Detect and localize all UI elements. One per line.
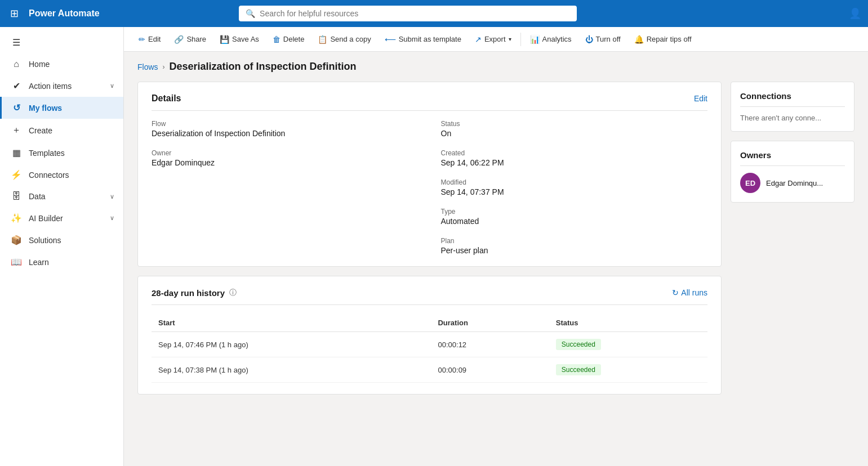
created-field: Created Sep 14, 06:22 PM (441, 149, 708, 167)
flow-field: Flow Deserialization of Inspection Defin… (152, 120, 419, 138)
breadcrumb-separator: › (163, 63, 165, 71)
info-icon[interactable]: ⓘ (229, 288, 237, 298)
all-runs-link[interactable]: ↻ All runs (672, 288, 707, 297)
details-card-header: Details Edit (152, 93, 707, 111)
run-history-table: Start Duration Status Sep 14, 07:46 PM (… (152, 314, 707, 383)
type-label: Type (441, 208, 708, 216)
analytics-button[interactable]: 📊 Analytics (524, 32, 577, 47)
data-chevron: ∨ (110, 193, 114, 200)
sidebar-item-home[interactable]: ⌂ Home (0, 53, 123, 75)
sidebar-item-create[interactable]: ＋ Create (0, 119, 123, 142)
delete-button[interactable]: 🗑 Delete (267, 32, 310, 47)
sidebar: ☰ ⌂ Home ✔ Action items ∨ ↺ My flows ＋ C… (0, 27, 124, 466)
table-row[interactable]: Sep 14, 07:46 PM (1 h ago) 00:00:12 Succ… (152, 332, 707, 357)
owner-field: Owner Edgar Dominquez (152, 149, 419, 167)
ai-builder-chevron: ∨ (110, 214, 114, 222)
sidebar-item-ai-builder-label: AI Builder (29, 214, 63, 223)
status-label: Status (441, 120, 708, 128)
owner-item: ED Edgar Dominqu... (740, 173, 845, 193)
send-copy-button[interactable]: 📋 Send a copy (312, 32, 376, 47)
action-items-icon: ✔ (11, 80, 22, 91)
export-icon: ↗ (475, 35, 482, 44)
search-input[interactable] (260, 9, 570, 18)
plan-value: Per-user plan (441, 246, 708, 255)
page-content: Details Edit Flow Deserialization of Ins… (124, 73, 868, 466)
delete-icon: 🗑 (273, 35, 281, 44)
toolbar: ✏ Edit 🔗 Share 💾 Save As 🗑 Delete 📋 Send… (124, 27, 868, 52)
details-title: Details (152, 93, 181, 104)
sidebar-item-data[interactable]: 🗄 Data ∨ (0, 186, 123, 207)
home-icon: ⌂ (11, 59, 22, 69)
brand-name: Power Automate (29, 8, 100, 19)
owner-avatar: ED (740, 173, 760, 193)
run-history-card: 28-day run history ⓘ ↻ All runs Start (137, 276, 722, 395)
right-panel: Connections There aren't any conne... Ow… (731, 82, 854, 457)
type-value: Automated (441, 217, 708, 226)
details-grid: Flow Deserialization of Inspection Defin… (152, 120, 707, 255)
run-history-title-area: 28-day run history ⓘ (152, 288, 237, 298)
modified-value: Sep 14, 07:37 PM (441, 187, 708, 196)
sidebar-item-connectors-label: Connectors (29, 171, 69, 180)
flow-label: Flow (152, 120, 419, 128)
create-icon: ＋ (11, 124, 22, 136)
run-start: Sep 14, 07:46 PM (1 h ago) (152, 332, 431, 357)
modified-label: Modified (441, 178, 708, 186)
sidebar-item-learn[interactable]: 📖 Learn (0, 251, 123, 273)
details-card: Details Edit Flow Deserialization of Ins… (137, 82, 722, 267)
toolbar-divider (520, 33, 521, 46)
connections-card: Connections There aren't any conne... (731, 82, 854, 132)
table-row[interactable]: Sep 14, 07:38 PM (1 h ago) 00:00:09 Succ… (152, 357, 707, 383)
status-field: Status On (441, 120, 708, 138)
sidebar-item-create-label: Create (29, 126, 52, 135)
details-edit-link[interactable]: Edit (694, 94, 707, 103)
col-duration: Duration (431, 314, 549, 332)
analytics-icon: 📊 (530, 35, 540, 44)
sidebar-item-templates-label: Templates (29, 149, 65, 158)
edit-button[interactable]: ✏ Edit (133, 32, 166, 47)
turn-off-button[interactable]: ⏻ Turn off (580, 32, 626, 47)
content-area: ✏ Edit 🔗 Share 💾 Save As 🗑 Delete 📋 Send… (124, 27, 868, 466)
owner-value: Edgar Dominquez (152, 158, 419, 167)
sidebar-collapse[interactable]: ☰ (0, 32, 123, 53)
type-field: Type Automated (441, 208, 708, 226)
main-panel: Details Edit Flow Deserialization of Ins… (137, 82, 722, 457)
submit-template-button[interactable]: ⟵ Submit as template (379, 32, 467, 47)
sidebar-item-action-items[interactable]: ✔ Action items ∨ (0, 75, 123, 97)
plan-field: Plan Per-user plan (441, 237, 708, 255)
refresh-icon: ↻ (672, 288, 679, 297)
created-label: Created (441, 149, 708, 157)
hamburger-icon: ☰ (11, 37, 22, 48)
action-items-chevron: ∨ (110, 82, 114, 89)
sidebar-item-solutions[interactable]: 📦 Solutions (0, 229, 123, 251)
breadcrumb: Flows › Deserialization of Inspection De… (124, 52, 868, 73)
templates-icon: ▦ (11, 147, 22, 158)
connections-empty: There aren't any conne... (740, 114, 845, 122)
learn-icon: 📖 (11, 257, 22, 267)
sidebar-item-connectors[interactable]: ⚡ Connectors (0, 164, 123, 186)
export-chevron: ▾ (509, 36, 511, 42)
run-duration: 00:00:12 (431, 332, 549, 357)
save-as-icon: 💾 (220, 35, 229, 44)
share-button[interactable]: 🔗 Share (168, 32, 212, 47)
run-duration: 00:00:09 (431, 357, 549, 383)
user-icon[interactable]: 👤 (849, 7, 861, 20)
save-as-button[interactable]: 💾 Save As (214, 32, 265, 47)
sidebar-item-my-flows-label: My flows (29, 104, 62, 113)
sidebar-item-my-flows[interactable]: ↺ My flows (0, 97, 123, 119)
run-history-title: 28-day run history (152, 288, 225, 298)
breadcrumb-parent[interactable]: Flows (137, 62, 158, 71)
export-button[interactable]: ↗ Export ▾ (469, 32, 517, 47)
sidebar-item-ai-builder[interactable]: ✨ AI Builder ∨ (0, 207, 123, 229)
flow-value: Deserialization of Inspection Definition (152, 129, 419, 138)
sidebar-item-templates[interactable]: ▦ Templates (0, 142, 123, 164)
waffle-icon[interactable]: ⊞ (7, 4, 22, 23)
send-copy-icon: 📋 (318, 35, 327, 44)
topbar: ⊞ Power Automate 🔍 👤 (0, 0, 868, 27)
repair-tips-button[interactable]: 🔔 Repair tips off (629, 32, 697, 47)
solutions-icon: 📦 (11, 235, 22, 245)
sidebar-item-learn-label: Learn (29, 258, 49, 267)
created-value: Sep 14, 06:22 PM (441, 158, 708, 167)
col-status: Status (549, 314, 707, 332)
main-layout: ☰ ⌂ Home ✔ Action items ∨ ↺ My flows ＋ C… (0, 27, 868, 466)
owners-title: Owners (740, 150, 845, 166)
